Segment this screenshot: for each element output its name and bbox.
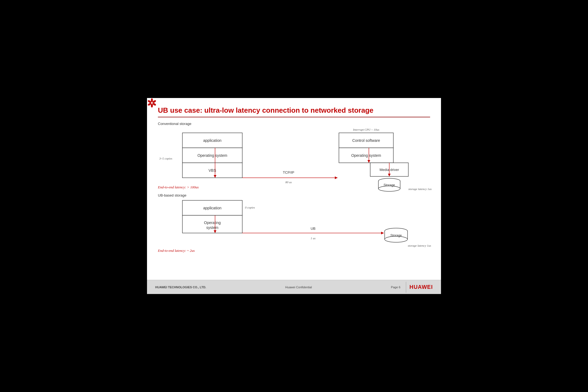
svg-text:storage latency 1us: storage latency 1us [408,187,432,191]
ub-section: UB-based storage application Operating s… [158,193,430,253]
title-underline [158,117,430,117]
svg-text:Operating system: Operating system [197,153,227,158]
conventional-latency: End-to-end latency: > 100us [158,185,199,189]
svg-text:1 us: 1 us [311,237,316,240]
svg-text:Storage: Storage [390,234,402,237]
svg-text:storage latency 1us: storage latency 1us [408,244,431,247]
footer-company: HUAWEI TECHNOLOGIES CO., LTD. [155,286,206,289]
conventional-label: Conventional storage [158,122,430,126]
svg-text:application: application [203,206,222,210]
svg-text:Control software: Control software [352,138,380,143]
svg-marker-40 [381,232,384,234]
svg-text:Operating system: Operating system [351,153,381,158]
conventional-svg: application Operating system VBS 3~5 cop… [158,127,430,190]
slide: UB use case: ultra-low latency connectio… [147,98,441,294]
ub-label: UB-based storage [158,193,430,197]
footer-confidential: Huawei Confidential [285,286,312,289]
svg-text:Interrupt CPU ~ 10us: Interrupt CPU ~ 10us [353,128,379,131]
ub-latency: End-to-end latency: ~ 2us [158,249,195,253]
slide-title: UB use case: ultra-low latency connectio… [158,106,430,115]
footer-divider [406,282,406,293]
svg-marker-10 [335,176,338,179]
svg-text:system: system [206,225,218,230]
huawei-flower-icon [147,98,157,108]
svg-point-53 [151,104,153,108]
svg-point-50 [151,98,153,102]
svg-text:0 copies: 0 copies [245,206,255,209]
svg-text:3~5 copies: 3~5 copies [159,157,172,160]
svg-text:80 us: 80 us [285,180,292,184]
svg-text:Operating: Operating [204,220,220,225]
footer-page: Page 6 [391,286,400,289]
conventional-section: Conventional storage application Operati… [158,122,430,190]
svg-text:TCP/IP: TCP/IP [283,170,294,174]
ub-svg: application Operating system 0 copies UB… [158,199,430,253]
conventional-diagram: application Operating system VBS 3~5 cop… [158,127,430,190]
svg-text:Storage: Storage [384,183,395,187]
huawei-brand-text: HUAWEI [409,284,433,290]
svg-text:UB: UB [311,226,316,231]
slide-content: UB use case: ultra-low latency connectio… [147,98,441,280]
huawei-logo: HUAWEI [409,284,433,290]
footer-right: Page 6 HUAWE [391,282,433,293]
ub-diagram: application Operating system 0 copies UB… [158,199,430,253]
svg-text:application: application [203,138,222,143]
footer: HUAWEI TECHNOLOGIES CO., LTD. Huawei Con… [147,280,441,294]
